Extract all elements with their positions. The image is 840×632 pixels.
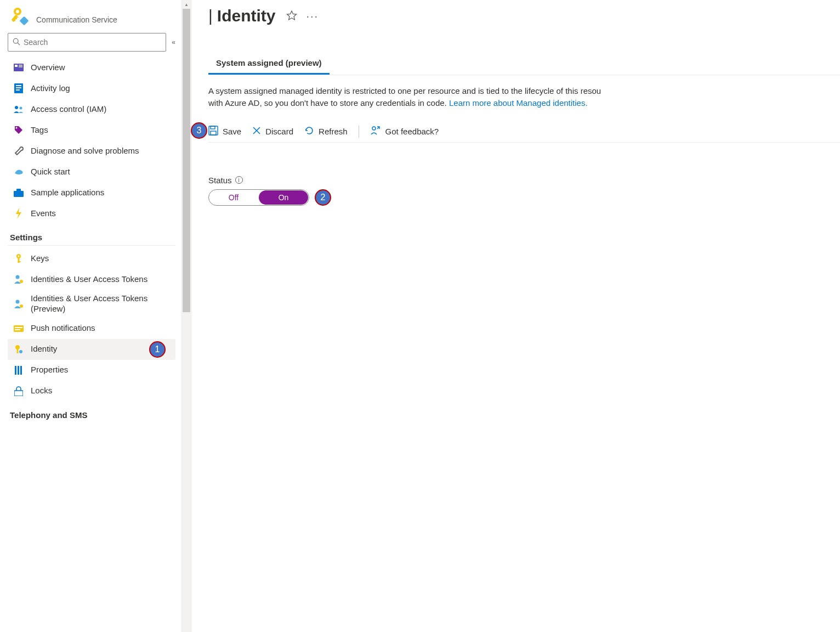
nav-quick-start[interactable]: Quick start: [8, 161, 175, 182]
nav-properties[interactable]: Properties: [8, 360, 175, 381]
svg-rect-9: [16, 87, 21, 88]
nav-identities-preview[interactable]: Identities & User Access Tokens (Preview…: [8, 290, 175, 318]
status-label: Status: [208, 176, 232, 185]
main-content: | Identity ··· System assigned (preview)…: [192, 0, 840, 632]
discard-button[interactable]: Discard: [252, 126, 293, 137]
events-icon: [13, 208, 24, 219]
save-label: Save: [223, 127, 241, 136]
scroll-up-icon[interactable]: ▲: [184, 0, 189, 9]
toolbar-divider: [359, 126, 359, 138]
nav-label: Locks: [31, 386, 52, 396]
svg-rect-36: [211, 131, 216, 135]
svg-point-27: [15, 345, 20, 349]
sidebar: Communication Service « Overview Activit…: [0, 0, 181, 632]
description-part2: with Azure AD, so you don't have to stor…: [208, 98, 447, 108]
identity-icon: [13, 344, 24, 355]
locks-icon: [13, 386, 24, 397]
nav-label: Identities & User Access Tokens: [31, 274, 147, 285]
nav-push-notifications[interactable]: Push notifications: [8, 318, 175, 339]
properties-icon: [13, 365, 24, 376]
nav-label: Quick start: [31, 167, 70, 177]
svg-rect-30: [15, 366, 16, 375]
status-toggle[interactable]: Off On: [208, 189, 309, 206]
title-separator: |: [208, 7, 213, 25]
svg-point-22: [16, 300, 20, 303]
scrollbar-thumb[interactable]: [183, 9, 190, 312]
svg-point-20: [16, 275, 20, 279]
callout-1: 1: [149, 341, 166, 358]
svg-point-17: [18, 256, 20, 257]
tabs: System assigned (preview): [208, 53, 840, 75]
svg-point-23: [20, 304, 23, 308]
nav-sample-apps[interactable]: Sample applications: [8, 182, 175, 203]
nav-keys[interactable]: Keys: [8, 248, 175, 269]
svg-rect-24: [14, 325, 24, 332]
keys-icon: [13, 253, 24, 264]
tab-system-assigned[interactable]: System assigned (preview): [208, 53, 330, 75]
svg-rect-15: [16, 189, 21, 191]
callout-2: 2: [315, 189, 331, 206]
page-title: Identity: [217, 7, 276, 25]
save-icon: [208, 126, 218, 137]
nav-access-control[interactable]: Access control (IAM): [8, 99, 175, 120]
description-part1: A system assigned managed identity is re…: [208, 86, 601, 95]
discard-icon: [252, 126, 261, 137]
refresh-button[interactable]: Refresh: [304, 126, 348, 137]
svg-point-29: [19, 350, 22, 353]
more-actions-icon[interactable]: ···: [306, 10, 319, 22]
svg-rect-28: [17, 349, 19, 353]
svg-point-13: [16, 127, 18, 129]
toggle-on[interactable]: On: [259, 190, 308, 205]
nav-identities[interactable]: Identities & User Access Tokens: [8, 269, 175, 290]
toggle-off[interactable]: Off: [209, 190, 258, 205]
title-bar: | Identity ···: [208, 0, 840, 31]
svg-point-21: [20, 280, 23, 283]
nav-label: Tags: [31, 125, 48, 136]
nav-label: Sample applications: [31, 188, 104, 198]
save-button[interactable]: Save: [208, 126, 241, 137]
refresh-icon: [304, 126, 314, 137]
search-input[interactable]: [24, 38, 161, 47]
nav-identity[interactable]: Identity 1: [8, 339, 175, 360]
nav-events[interactable]: Events: [8, 203, 175, 224]
overview-icon: [13, 62, 24, 73]
sample-apps-icon: [13, 187, 24, 198]
svg-point-1: [13, 38, 18, 43]
refresh-label: Refresh: [319, 127, 348, 136]
activity-log-icon: [13, 83, 24, 94]
info-icon[interactable]: i: [235, 176, 243, 184]
collapse-sidebar-button[interactable]: «: [172, 38, 175, 46]
nav-locks[interactable]: Locks: [8, 381, 175, 402]
svg-line-2: [18, 43, 20, 45]
section-telephony: Telephony and SMS: [8, 402, 175, 423]
search-icon: [13, 38, 20, 47]
svg-rect-19: [18, 261, 21, 262]
identities-preview-icon: [13, 298, 24, 309]
nav-diagnose[interactable]: Diagnose and solve problems: [8, 140, 175, 161]
nav-activity-log[interactable]: Activity log: [8, 78, 175, 99]
push-icon: [13, 323, 24, 334]
service-type-label: Communication Service: [36, 15, 117, 24]
favorite-star-icon[interactable]: [286, 10, 297, 22]
nav-tags[interactable]: Tags: [8, 120, 175, 140]
sidebar-scrollbar[interactable]: ▲: [181, 0, 192, 632]
discard-label: Discard: [265, 127, 293, 136]
quick-start-icon: [13, 166, 24, 177]
svg-rect-32: [20, 366, 22, 375]
svg-rect-0: [20, 16, 29, 25]
nav-label: Access control (IAM): [31, 104, 106, 115]
svg-point-39: [372, 127, 376, 130]
sidebar-header: Communication Service: [8, 5, 175, 25]
nav-overview[interactable]: Overview: [8, 57, 175, 78]
feedback-button[interactable]: Got feedback?: [370, 126, 439, 137]
svg-point-12: [20, 107, 22, 110]
svg-rect-26: [15, 329, 20, 330]
svg-point-11: [15, 106, 18, 109]
nav-label: Push notifications: [31, 323, 95, 334]
learn-more-link[interactable]: Learn more about Managed identities.: [449, 98, 588, 108]
svg-rect-35: [211, 126, 215, 129]
feedback-label: Got feedback?: [385, 127, 439, 136]
svg-rect-10: [16, 89, 20, 91]
svg-rect-5: [19, 65, 22, 66]
search-box[interactable]: [8, 33, 166, 52]
